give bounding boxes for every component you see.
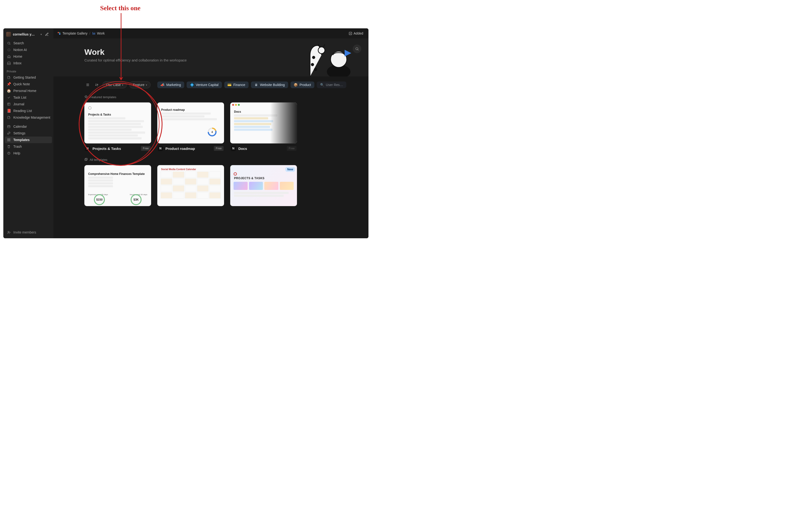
thumb-title: PROJECTS & TASKS bbox=[234, 177, 294, 180]
svg-rect-14 bbox=[349, 32, 351, 34]
template-card-projects-tasks[interactable]: Projects & Tasks N Projects & Tasks Free bbox=[84, 102, 151, 151]
megaphone-icon: 📣 bbox=[161, 83, 164, 87]
filter-use-case-label: Use Case bbox=[106, 83, 120, 87]
home-icon bbox=[7, 54, 11, 59]
breadcrumb-root[interactable]: Template Gallery bbox=[57, 31, 87, 35]
trash-icon bbox=[7, 144, 11, 149]
template-card-home-finances[interactable]: Comprehensive Home Finances Template Exp… bbox=[84, 165, 151, 206]
sidebar-page-label: Personal Home bbox=[13, 89, 37, 93]
svg-point-9 bbox=[9, 154, 9, 154]
template-title: Projects & Tasks bbox=[92, 147, 139, 150]
sort-button[interactable] bbox=[93, 82, 100, 88]
workspace-name: cornellius y… bbox=[13, 32, 39, 36]
sidebar-page-task-list[interactable]: Task List bbox=[5, 94, 52, 101]
chip-venture-capital[interactable]: 💠Venture Capital bbox=[187, 82, 222, 88]
chevron-down-icon: ▾ bbox=[41, 33, 42, 36]
chip-marketing[interactable]: 📣Marketing bbox=[157, 82, 184, 88]
filter-feature[interactable]: Feature ▾ bbox=[129, 81, 150, 88]
svg-point-10 bbox=[8, 231, 9, 232]
sidebar-page-personal-home[interactable]: 🏠 Personal Home bbox=[5, 87, 52, 94]
section-all-label: All templates bbox=[90, 158, 107, 162]
sidebar-home[interactable]: Home bbox=[5, 53, 52, 60]
calendar-icon bbox=[7, 124, 11, 129]
thumb-title: Social Media Content Calendar bbox=[161, 168, 222, 171]
sidebar-page-reading-list[interactable]: 📕 Reading List bbox=[5, 107, 52, 114]
sidebar-page-label: Reading List bbox=[13, 109, 32, 113]
template-title: Product roadmap bbox=[165, 147, 212, 150]
section-featured: Featured templates bbox=[53, 91, 368, 101]
pin-icon: 📌 bbox=[7, 82, 11, 86]
sidebar-notion-ai[interactable]: Notion AI bbox=[5, 46, 52, 53]
sparkle-icon bbox=[7, 48, 11, 52]
sidebar-page-label: Journal bbox=[13, 102, 24, 106]
invite-members-label: Invite members bbox=[13, 231, 36, 234]
user-plus-icon bbox=[7, 230, 11, 234]
chevron-down-icon: ▾ bbox=[146, 84, 147, 86]
svg-point-20 bbox=[311, 63, 314, 66]
sidebar-section-private: Private bbox=[5, 67, 52, 74]
chip-label: Finance bbox=[233, 83, 245, 87]
sidebar-label: Help bbox=[13, 151, 20, 155]
svg-point-18 bbox=[318, 47, 325, 54]
sidebar-label: Settings bbox=[13, 131, 26, 135]
sidebar-label: Trash bbox=[13, 145, 22, 148]
list-view-button[interactable] bbox=[84, 82, 91, 88]
chip-label: Venture Capital bbox=[196, 83, 219, 87]
shapes-icon bbox=[57, 31, 61, 35]
filter-bar: Use Case ▾ Feature ▾ 📣Marketing 💠Venture… bbox=[53, 76, 368, 91]
search-icon bbox=[7, 41, 11, 45]
chip-website-building[interactable]: 🖥Website Building bbox=[251, 82, 288, 88]
all-grid: Comprehensive Home Finances Template Exp… bbox=[53, 164, 368, 208]
thumb-kpi: $150 bbox=[94, 194, 105, 205]
chip-finance[interactable]: 💳Finance bbox=[224, 82, 249, 88]
sidebar-search[interactable]: Search bbox=[5, 40, 52, 46]
notion-logo-icon: N bbox=[158, 146, 163, 151]
check-icon bbox=[7, 95, 11, 100]
workspace-switcher[interactable]: cornellius y… ▾ bbox=[5, 30, 52, 40]
svg-marker-13 bbox=[59, 32, 60, 33]
main-content: Template Gallery / Work Added Work Curat… bbox=[53, 28, 368, 238]
sidebar-page-quick-note[interactable]: 📌 Quick Note bbox=[5, 81, 52, 87]
sidebar-help[interactable]: Help bbox=[5, 150, 52, 157]
app-frame: cornellius y… ▾ Search Notion AI Home In… bbox=[3, 28, 368, 238]
sidebar-inbox[interactable]: Inbox bbox=[5, 60, 52, 67]
box-icon: 📦 bbox=[294, 83, 298, 87]
template-card-product-roadmap[interactable]: Product roadmap 4 N Product roadmap Free bbox=[157, 102, 224, 151]
sidebar-trash[interactable]: Trash bbox=[5, 143, 52, 150]
sidebar-label: Notion AI bbox=[13, 48, 27, 52]
sidebar-page-journal[interactable]: Journal bbox=[5, 101, 52, 107]
svg-text:4: 4 bbox=[212, 131, 213, 133]
sidebar-page-label: Quick Note bbox=[13, 82, 30, 86]
page-icon bbox=[7, 75, 11, 79]
svg-point-11 bbox=[58, 32, 59, 33]
chip-label: Website Building bbox=[260, 83, 285, 87]
chip-user-research[interactable]: 🔍User Res… bbox=[317, 82, 346, 88]
thumb-title: Product roadmap bbox=[161, 108, 222, 112]
stack-icon bbox=[84, 158, 88, 162]
sidebar-settings[interactable]: Settings bbox=[5, 130, 52, 136]
sidebar-calendar[interactable]: Calendar bbox=[5, 123, 52, 130]
added-button[interactable]: Added bbox=[347, 30, 365, 36]
star-icon bbox=[84, 95, 88, 99]
chevron-down-icon: ▾ bbox=[122, 84, 123, 86]
sidebar-page-getting-started[interactable]: Getting Started bbox=[5, 74, 52, 81]
chip-product[interactable]: 📦Product bbox=[291, 82, 314, 88]
hero-illustration bbox=[297, 41, 359, 76]
breadcrumb-current[interactable]: Work bbox=[92, 31, 105, 35]
search-icon: 🔍 bbox=[320, 83, 324, 87]
invite-members-button[interactable]: Invite members bbox=[5, 228, 52, 236]
svg-point-17 bbox=[331, 51, 347, 68]
svg-rect-12 bbox=[59, 33, 60, 34]
sidebar-templates[interactable]: Templates bbox=[5, 136, 52, 143]
filter-use-case[interactable]: Use Case ▾ bbox=[102, 81, 127, 88]
sidebar-page-knowledge-management[interactable]: Knowledge Management bbox=[5, 114, 52, 121]
template-card-social-calendar[interactable]: Social Media Content Calendar bbox=[157, 165, 224, 206]
template-card-docs[interactable]: Docs N Docs Free bbox=[230, 102, 297, 151]
new-page-button[interactable] bbox=[44, 31, 50, 38]
svg-rect-28 bbox=[85, 159, 87, 161]
new-badge: New bbox=[285, 167, 295, 172]
template-thumbnail: Projects & Tasks bbox=[84, 102, 151, 144]
template-icon bbox=[7, 138, 11, 142]
section-all: All templates bbox=[53, 153, 368, 164]
template-card-projects-tasks-new[interactable]: New PROJECTS & TASKS bbox=[230, 165, 297, 206]
